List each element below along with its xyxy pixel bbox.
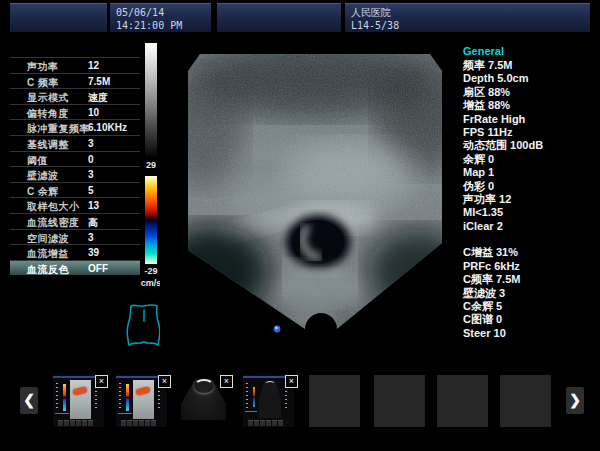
thumb-colorbar bbox=[253, 387, 255, 407]
info-item: C频率 7.5M bbox=[463, 273, 598, 286]
parameter-row[interactable]: 空间滤波3 bbox=[10, 229, 140, 245]
filmstrip-next-button[interactable]: ❯ bbox=[566, 387, 584, 414]
thumb-probe-arc bbox=[265, 381, 276, 389]
parameter-row[interactable]: 显示模式速度 bbox=[10, 88, 140, 104]
info-item: C图谱 0 bbox=[463, 313, 598, 326]
hospital-name: 人民医院 bbox=[345, 4, 590, 19]
thumbnail-darkfan[interactable]: × bbox=[178, 375, 229, 427]
info-item: 增益 88% bbox=[463, 99, 598, 112]
thumbnail-slot-empty bbox=[374, 375, 425, 427]
thumb-colorbar bbox=[126, 384, 129, 411]
info-item: Depth 5.0cm bbox=[463, 72, 598, 85]
parameter-value: 12 bbox=[88, 60, 99, 71]
info-item: 声功率 12 bbox=[463, 193, 598, 206]
info-item: 动态范围 100dB bbox=[463, 139, 598, 152]
color-doppler-scale-bar bbox=[145, 176, 157, 264]
parameter-row[interactable]: 偏转角度10 bbox=[10, 104, 140, 120]
parameter-value: 3 bbox=[88, 232, 94, 243]
thumbnail-close-icon[interactable]: × bbox=[220, 375, 233, 388]
body-mark-icon[interactable] bbox=[123, 301, 165, 349]
parameter-row[interactable]: 壁滤波3 bbox=[10, 166, 140, 182]
thumb-text-marks bbox=[246, 383, 248, 411]
header-date: 05/06/14 bbox=[110, 4, 211, 19]
filmstrip-prev-button[interactable]: ❮ bbox=[20, 387, 38, 414]
parameter-value: 7.5M bbox=[88, 76, 110, 87]
thumb-clip-squares bbox=[121, 420, 156, 426]
info-item: FrRate High bbox=[463, 113, 598, 126]
thumbnail-close-icon[interactable]: × bbox=[158, 375, 171, 388]
thumbnail-close-icon[interactable]: × bbox=[95, 375, 108, 388]
header-box-exam bbox=[10, 3, 107, 32]
parameter-row[interactable]: 声功率12 bbox=[10, 57, 140, 73]
info-item: FPS 11Hz bbox=[463, 126, 598, 139]
grayscale-map-bar bbox=[145, 43, 157, 158]
header-box-hospital: 人民医院 L14-5/38 bbox=[345, 3, 590, 32]
info-item: Map 1 bbox=[463, 166, 598, 179]
parameter-value: 3 bbox=[88, 138, 94, 149]
header-time: 14:21:00 PM bbox=[110, 19, 211, 32]
ultrasound-image[interactable] bbox=[160, 33, 460, 378]
thumbnail-slot-empty bbox=[309, 375, 360, 427]
color-mode-info-list: C增益 31%PRFc 6kHzC频率 7.5M壁滤波 3C余辉 5C图谱 0S… bbox=[463, 246, 598, 340]
info-item: C增益 31% bbox=[463, 246, 598, 259]
parameter-value: 0 bbox=[88, 154, 94, 165]
preset-title: General bbox=[463, 44, 598, 58]
info-item: Steer 10 bbox=[463, 327, 598, 340]
info-item: PRFc 6kHz bbox=[463, 260, 598, 273]
info-item: 壁滤波 3 bbox=[463, 287, 598, 300]
parameter-panel: 声功率12C 频率7.5M显示模式速度偏转角度10脉冲重复频率6.10KHz基线… bbox=[10, 57, 140, 275]
parameter-row[interactable]: 血流增益39 bbox=[10, 244, 140, 260]
parameter-row[interactable]: 阈值0 bbox=[10, 151, 140, 167]
info-item: MI<1.35 bbox=[463, 206, 598, 219]
parameter-value: 10 bbox=[88, 107, 99, 118]
parameter-value: 5 bbox=[88, 185, 94, 196]
parameter-row[interactable]: 取样包大小13 bbox=[10, 197, 140, 213]
thumbnail-doppler[interactable]: × bbox=[116, 375, 167, 427]
parameter-value: OFF bbox=[88, 263, 108, 274]
thumb-doppler-flow bbox=[72, 386, 87, 395]
info-item: 余辉 0 bbox=[463, 153, 598, 166]
thumb-clip-squares bbox=[58, 420, 93, 426]
thumb-bmode-area bbox=[133, 380, 154, 419]
parameter-row[interactable]: 脉冲重复频率6.10KHz bbox=[10, 119, 140, 135]
parameter-row[interactable]: C 余辉5 bbox=[10, 182, 140, 198]
info-item: 扇区 88% bbox=[463, 86, 598, 99]
probe-id: L14-5/38 bbox=[345, 19, 590, 32]
thumb-probe-arc bbox=[194, 379, 214, 393]
b-mode-info-list: 频率 7.5MDepth 5.0cm扇区 88%增益 88%FrRate Hig… bbox=[463, 59, 598, 233]
parameter-value: 13 bbox=[88, 200, 99, 211]
parameter-row[interactable]: 血流反色OFF bbox=[10, 260, 140, 276]
thumb-text-marks bbox=[119, 383, 121, 411]
thumb-text-marks bbox=[56, 383, 58, 411]
thumb-doppler-flow bbox=[135, 386, 150, 395]
parameter-value: 6.10KHz bbox=[88, 122, 127, 133]
info-item: 伪彩 0 bbox=[463, 180, 598, 193]
thumbnail-slot-empty bbox=[437, 375, 488, 427]
header-box-datetime: 05/06/14 14:21:00 PM bbox=[110, 3, 211, 32]
info-item: iClear 2 bbox=[463, 220, 598, 233]
parameter-row[interactable]: 血流线密度高 bbox=[10, 213, 140, 229]
parameter-row[interactable]: C 频率7.5M bbox=[10, 73, 140, 89]
thumbnail-darkscreen[interactable]: × bbox=[243, 375, 294, 427]
thumbnail-slot-empty bbox=[500, 375, 551, 427]
parameter-value: 39 bbox=[88, 247, 99, 258]
thumb-fan-area bbox=[259, 380, 281, 418]
info-item: C余辉 5 bbox=[463, 300, 598, 313]
image-info-panel: General 频率 7.5MDepth 5.0cm扇区 88%增益 88%Fr… bbox=[463, 44, 598, 340]
thumbnail-doppler[interactable]: × bbox=[53, 375, 104, 427]
parameter-label: 血流反色 bbox=[27, 263, 69, 277]
parameter-value: 3 bbox=[88, 169, 94, 180]
thumbnail-close-icon[interactable]: × bbox=[285, 375, 298, 388]
ultrasound-workstation-screen: 05/06/14 14:21:00 PM 人民医院 L14-5/38 声功率12… bbox=[0, 0, 600, 451]
header-box-patient bbox=[217, 3, 341, 32]
thumb-clip-squares bbox=[248, 420, 283, 426]
parameter-row[interactable]: 基线调整3 bbox=[10, 135, 140, 151]
thumb-colorbar bbox=[63, 384, 66, 411]
thumb-bmode-area bbox=[70, 380, 91, 419]
info-item: 频率 7.5M bbox=[463, 59, 598, 72]
